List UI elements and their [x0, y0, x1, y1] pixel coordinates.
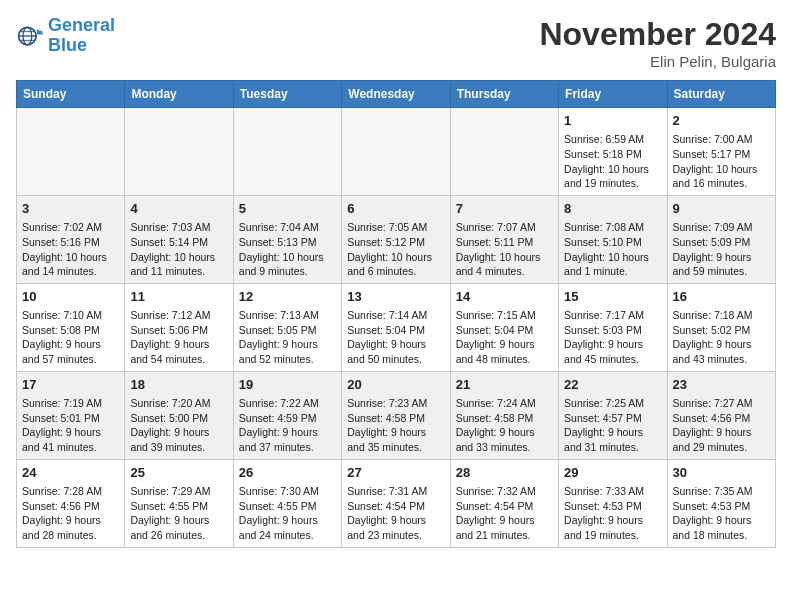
- svg-rect-7: [37, 31, 42, 35]
- day-info: Sunrise: 7:33 AM Sunset: 4:53 PM Dayligh…: [564, 484, 661, 543]
- calendar-cell: 13Sunrise: 7:14 AM Sunset: 5:04 PM Dayli…: [342, 283, 450, 371]
- calendar-cell: 7Sunrise: 7:07 AM Sunset: 5:11 PM Daylig…: [450, 195, 558, 283]
- day-info: Sunrise: 7:28 AM Sunset: 4:56 PM Dayligh…: [22, 484, 119, 543]
- day-number: 19: [239, 376, 336, 394]
- day-info: Sunrise: 7:32 AM Sunset: 4:54 PM Dayligh…: [456, 484, 553, 543]
- day-info: Sunrise: 7:12 AM Sunset: 5:06 PM Dayligh…: [130, 308, 227, 367]
- calendar-week-row: 17Sunrise: 7:19 AM Sunset: 5:01 PM Dayli…: [17, 371, 776, 459]
- weekday-header: Saturday: [667, 81, 775, 108]
- calendar-cell: 26Sunrise: 7:30 AM Sunset: 4:55 PM Dayli…: [233, 459, 341, 547]
- day-number: 5: [239, 200, 336, 218]
- day-info: Sunrise: 7:00 AM Sunset: 5:17 PM Dayligh…: [673, 132, 770, 191]
- calendar-cell: 2Sunrise: 7:00 AM Sunset: 5:17 PM Daylig…: [667, 108, 775, 196]
- day-number: 27: [347, 464, 444, 482]
- day-info: Sunrise: 7:02 AM Sunset: 5:16 PM Dayligh…: [22, 220, 119, 279]
- day-number: 23: [673, 376, 770, 394]
- logo-blue-text: Blue: [48, 36, 115, 56]
- day-number: 1: [564, 112, 661, 130]
- calendar-cell: [342, 108, 450, 196]
- calendar-cell: 11Sunrise: 7:12 AM Sunset: 5:06 PM Dayli…: [125, 283, 233, 371]
- day-info: Sunrise: 7:25 AM Sunset: 4:57 PM Dayligh…: [564, 396, 661, 455]
- calendar-table: SundayMondayTuesdayWednesdayThursdayFrid…: [16, 80, 776, 548]
- calendar-cell: 22Sunrise: 7:25 AM Sunset: 4:57 PM Dayli…: [559, 371, 667, 459]
- day-number: 3: [22, 200, 119, 218]
- day-number: 21: [456, 376, 553, 394]
- day-info: Sunrise: 7:04 AM Sunset: 5:13 PM Dayligh…: [239, 220, 336, 279]
- calendar-cell: 27Sunrise: 7:31 AM Sunset: 4:54 PM Dayli…: [342, 459, 450, 547]
- calendar-cell: 25Sunrise: 7:29 AM Sunset: 4:55 PM Dayli…: [125, 459, 233, 547]
- day-info: Sunrise: 7:05 AM Sunset: 5:12 PM Dayligh…: [347, 220, 444, 279]
- day-number: 28: [456, 464, 553, 482]
- day-info: Sunrise: 7:14 AM Sunset: 5:04 PM Dayligh…: [347, 308, 444, 367]
- day-number: 16: [673, 288, 770, 306]
- calendar-cell: 3Sunrise: 7:02 AM Sunset: 5:16 PM Daylig…: [17, 195, 125, 283]
- day-number: 18: [130, 376, 227, 394]
- logo-icon: [16, 22, 44, 50]
- calendar-cell: 23Sunrise: 7:27 AM Sunset: 4:56 PM Dayli…: [667, 371, 775, 459]
- location: Elin Pelin, Bulgaria: [539, 53, 776, 70]
- day-info: Sunrise: 7:15 AM Sunset: 5:04 PM Dayligh…: [456, 308, 553, 367]
- page-header: General Blue November 2024 Elin Pelin, B…: [16, 16, 776, 70]
- calendar-cell: 9Sunrise: 7:09 AM Sunset: 5:09 PM Daylig…: [667, 195, 775, 283]
- calendar-cell: 21Sunrise: 7:24 AM Sunset: 4:58 PM Dayli…: [450, 371, 558, 459]
- day-info: Sunrise: 7:10 AM Sunset: 5:08 PM Dayligh…: [22, 308, 119, 367]
- day-number: 24: [22, 464, 119, 482]
- weekday-header: Monday: [125, 81, 233, 108]
- day-number: 7: [456, 200, 553, 218]
- calendar-cell: 10Sunrise: 7:10 AM Sunset: 5:08 PM Dayli…: [17, 283, 125, 371]
- day-info: Sunrise: 7:35 AM Sunset: 4:53 PM Dayligh…: [673, 484, 770, 543]
- calendar-cell: 5Sunrise: 7:04 AM Sunset: 5:13 PM Daylig…: [233, 195, 341, 283]
- day-info: Sunrise: 7:23 AM Sunset: 4:58 PM Dayligh…: [347, 396, 444, 455]
- logo: General Blue: [16, 16, 115, 56]
- weekday-header: Wednesday: [342, 81, 450, 108]
- calendar-cell: [233, 108, 341, 196]
- day-number: 15: [564, 288, 661, 306]
- day-info: Sunrise: 7:07 AM Sunset: 5:11 PM Dayligh…: [456, 220, 553, 279]
- day-number: 20: [347, 376, 444, 394]
- calendar-week-row: 10Sunrise: 7:10 AM Sunset: 5:08 PM Dayli…: [17, 283, 776, 371]
- calendar-cell: 28Sunrise: 7:32 AM Sunset: 4:54 PM Dayli…: [450, 459, 558, 547]
- header-row: SundayMondayTuesdayWednesdayThursdayFrid…: [17, 81, 776, 108]
- day-info: Sunrise: 6:59 AM Sunset: 5:18 PM Dayligh…: [564, 132, 661, 191]
- logo-text: General: [48, 16, 115, 36]
- day-number: 4: [130, 200, 227, 218]
- day-number: 10: [22, 288, 119, 306]
- day-number: 11: [130, 288, 227, 306]
- day-number: 30: [673, 464, 770, 482]
- day-info: Sunrise: 7:19 AM Sunset: 5:01 PM Dayligh…: [22, 396, 119, 455]
- month-title: November 2024: [539, 16, 776, 53]
- day-info: Sunrise: 7:17 AM Sunset: 5:03 PM Dayligh…: [564, 308, 661, 367]
- day-info: Sunrise: 7:20 AM Sunset: 5:00 PM Dayligh…: [130, 396, 227, 455]
- weekday-header: Sunday: [17, 81, 125, 108]
- day-info: Sunrise: 7:31 AM Sunset: 4:54 PM Dayligh…: [347, 484, 444, 543]
- calendar-cell: 12Sunrise: 7:13 AM Sunset: 5:05 PM Dayli…: [233, 283, 341, 371]
- day-number: 13: [347, 288, 444, 306]
- calendar-cell: 8Sunrise: 7:08 AM Sunset: 5:10 PM Daylig…: [559, 195, 667, 283]
- calendar-cell: 14Sunrise: 7:15 AM Sunset: 5:04 PM Dayli…: [450, 283, 558, 371]
- day-info: Sunrise: 7:30 AM Sunset: 4:55 PM Dayligh…: [239, 484, 336, 543]
- calendar-cell: 19Sunrise: 7:22 AM Sunset: 4:59 PM Dayli…: [233, 371, 341, 459]
- day-info: Sunrise: 7:27 AM Sunset: 4:56 PM Dayligh…: [673, 396, 770, 455]
- calendar-cell: 16Sunrise: 7:18 AM Sunset: 5:02 PM Dayli…: [667, 283, 775, 371]
- calendar-cell: [125, 108, 233, 196]
- day-number: 6: [347, 200, 444, 218]
- day-number: 26: [239, 464, 336, 482]
- day-info: Sunrise: 7:08 AM Sunset: 5:10 PM Dayligh…: [564, 220, 661, 279]
- calendar-cell: [450, 108, 558, 196]
- day-number: 8: [564, 200, 661, 218]
- day-number: 2: [673, 112, 770, 130]
- day-number: 9: [673, 200, 770, 218]
- calendar-cell: 15Sunrise: 7:17 AM Sunset: 5:03 PM Dayli…: [559, 283, 667, 371]
- calendar-week-row: 24Sunrise: 7:28 AM Sunset: 4:56 PM Dayli…: [17, 459, 776, 547]
- calendar-cell: 18Sunrise: 7:20 AM Sunset: 5:00 PM Dayli…: [125, 371, 233, 459]
- calendar-cell: 17Sunrise: 7:19 AM Sunset: 5:01 PM Dayli…: [17, 371, 125, 459]
- calendar-cell: 20Sunrise: 7:23 AM Sunset: 4:58 PM Dayli…: [342, 371, 450, 459]
- weekday-header: Friday: [559, 81, 667, 108]
- day-info: Sunrise: 7:18 AM Sunset: 5:02 PM Dayligh…: [673, 308, 770, 367]
- day-info: Sunrise: 7:03 AM Sunset: 5:14 PM Dayligh…: [130, 220, 227, 279]
- calendar-cell: 30Sunrise: 7:35 AM Sunset: 4:53 PM Dayli…: [667, 459, 775, 547]
- calendar-cell: 4Sunrise: 7:03 AM Sunset: 5:14 PM Daylig…: [125, 195, 233, 283]
- day-number: 22: [564, 376, 661, 394]
- calendar-cell: 29Sunrise: 7:33 AM Sunset: 4:53 PM Dayli…: [559, 459, 667, 547]
- title-block: November 2024 Elin Pelin, Bulgaria: [539, 16, 776, 70]
